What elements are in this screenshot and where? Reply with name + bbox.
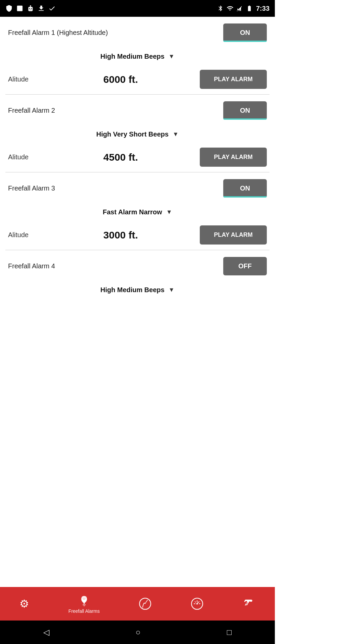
main-content: Freefall Alarm 1 (Highest Altitude) ON H… [0,17,275,587]
gauge-icon [191,597,203,610]
alarm-1-label: Freefall Alarm 1 (Highest Altitude) [8,29,108,37]
back-icon: ◁ [43,628,49,637]
alarm-2-altitude-row: Alitude 4500 ft. PLAY ALARM [0,142,275,172]
nav-freefall[interactable]: Freefall Alarms [63,591,105,616]
status-bar: 7:33 [0,0,275,17]
alarm-2-label: Freefall Alarm 2 [8,107,55,114]
alarm-2-tone-label: High Very Short Beeps [96,130,169,138]
alarm-1-dropdown-arrow: ▼ [169,53,175,60]
nav-altimeter[interactable] [133,595,157,613]
alarm-2-toggle[interactable]: ON [223,101,267,120]
alarm-3-toggle[interactable]: ON [223,179,267,198]
alarm-2-altitude-value: 4500 ft. [42,152,200,163]
alarm-3-label: Freefall Alarm 3 [8,184,55,192]
alarm-1-row: Freefall Alarm 1 (Highest Altitude) ON [0,17,275,49]
alarm-3-play-btn[interactable]: PLAY ALARM [200,225,267,245]
time-display: 7:33 [256,5,269,12]
alarm-3-tone-row: Fast Alarm Narrow ▼ [0,204,275,220]
alarm-2-tone-row: High Very Short Beeps ▼ [0,126,275,142]
alarm-3-altitude-label: Alitude [8,231,42,239]
alarm-4-tone-selector[interactable]: High Medium Beeps ▼ [101,286,175,294]
freefall-icon [78,594,90,606]
freefall-nav-label: Freefall Alarms [68,608,100,614]
alarm-2-row: Freefall Alarm 2 ON [0,95,275,126]
alarm-2-altitude-label: Alitude [8,153,42,161]
alarm-list: Freefall Alarm 1 (Highest Altitude) ON H… [0,17,275,298]
bottom-nav: ⚙ Freefall Alarms [0,587,275,621]
svg-point-3 [83,605,84,606]
nav-recent-button[interactable]: □ [219,625,240,640]
svg-line-9 [198,601,199,602]
nav-back-button[interactable]: ◁ [35,625,57,640]
battery-icon [245,5,253,12]
image-icon [16,5,23,12]
alarm-3-tone-label: Fast Alarm Narrow [103,208,162,216]
robot-icon [27,5,34,12]
nav-flight[interactable] [237,595,261,613]
alarm-3-tone-selector[interactable]: Fast Alarm Narrow ▼ [103,208,172,216]
alarm-4-row: Freefall Alarm 4 OFF [0,250,275,282]
alarm-1-toggle[interactable]: ON [223,23,267,42]
alarm-1-tone-row: High Medium Beeps ▼ [0,49,275,64]
status-icons-right: 7:33 [217,5,269,12]
alarm-4-label: Freefall Alarm 4 [8,262,55,270]
svg-line-1 [83,603,84,605]
home-icon: ○ [135,628,140,637]
alarm-1-altitude-row: Alitude 6000 ft. PLAY ALARM [0,64,275,94]
recent-icon: □ [227,628,232,637]
alarm-1-altitude-value: 6000 ft. [42,74,200,85]
alarm-1-tone-label: High Medium Beeps [101,53,165,60]
alarm-1-altitude-label: Alitude [8,75,42,83]
alarm-3-dropdown-arrow: ▼ [166,209,172,216]
alarm-3-altitude-row: Alitude 3000 ft. PLAY ALARM [0,220,275,250]
alarm-4-dropdown-arrow: ▼ [169,286,175,293]
svg-line-2 [84,603,85,605]
wifi-icon [227,5,233,12]
alarm-2-play-btn[interactable]: PLAY ALARM [200,148,267,167]
check-icon [48,5,56,12]
status-icons-left [5,5,56,12]
svg-point-12 [196,603,198,605]
alarm-4-tone-label: High Medium Beeps [101,286,165,294]
alarm-1-tone-selector[interactable]: High Medium Beeps ▼ [101,53,175,60]
alarm-4-toggle[interactable]: OFF [223,257,267,275]
alarm-4-tone-row: High Medium Beeps ▼ [0,282,275,298]
alarm-2-dropdown-arrow: ▼ [173,131,179,138]
alarm-3-row: Freefall Alarm 3 ON [0,172,275,204]
shield-icon [5,5,13,12]
alarm-3-altitude-value: 3000 ft. [42,229,200,241]
altimeter-icon [139,597,152,610]
flight-icon [243,597,255,610]
nav-gauge[interactable] [185,595,209,613]
download-icon [38,5,45,12]
system-nav-bar: ◁ ○ □ [0,621,275,644]
nav-home-button[interactable]: ○ [127,625,148,640]
settings-icon: ⚙ [19,597,29,610]
signal-icon [236,5,243,12]
nav-settings[interactable]: ⚙ [14,595,35,613]
alarm-2-tone-selector[interactable]: High Very Short Beeps ▼ [96,130,178,138]
bluetooth-icon [217,5,224,12]
alarm-1-play-btn[interactable]: PLAY ALARM [200,70,267,89]
svg-line-10 [195,601,196,602]
